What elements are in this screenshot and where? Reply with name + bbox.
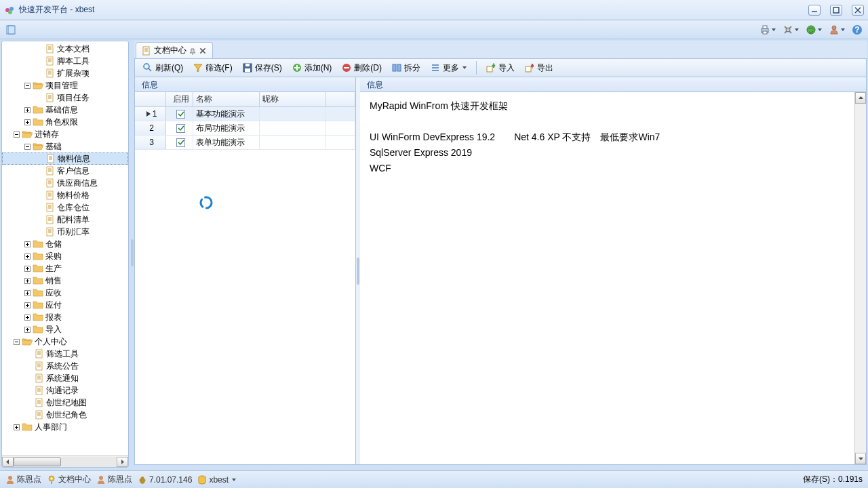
save-button[interactable]: 保存(S) <box>239 61 285 75</box>
tree-expander-icon[interactable] <box>24 106 31 114</box>
tree-node[interactable]: 应收 <box>2 287 128 299</box>
tree-expander-icon[interactable] <box>13 338 20 346</box>
doc-icon[interactable] <box>5 24 16 35</box>
tab-close-button[interactable] <box>199 47 207 55</box>
tab-pin-icon[interactable] <box>189 47 196 54</box>
maximize-button[interactable] <box>830 5 842 16</box>
tree-expander-icon[interactable] <box>24 265 31 272</box>
delete-button[interactable]: 删除(D) <box>338 61 385 75</box>
refresh-button[interactable]: 刷新(Q) <box>139 61 186 75</box>
tree-node[interactable]: 系统通知 <box>2 372 128 384</box>
tree-node[interactable]: 创世纪地图 <box>2 396 128 409</box>
grid-header-nick[interactable]: 昵称 <box>260 92 326 106</box>
tree-expander-icon[interactable] <box>24 277 31 285</box>
status-user1[interactable]: 陈恩点 <box>5 474 41 485</box>
split-button[interactable]: 拆分 <box>388 61 424 75</box>
tree-node[interactable]: 配料清单 <box>2 214 128 226</box>
enable-cell[interactable] <box>166 136 193 149</box>
tree-node[interactable]: 系统公告 <box>2 360 128 372</box>
table-row[interactable]: 2布局功能演示 <box>135 121 355 136</box>
tree-node[interactable]: 仓储 <box>2 238 128 250</box>
tree-node[interactable]: 基础 <box>2 140 128 152</box>
tree-node[interactable]: 币别汇率 <box>2 226 128 238</box>
tree-node[interactable]: 基础信息 <box>2 104 128 116</box>
tree-node[interactable]: 项目任务 <box>2 92 128 104</box>
name-cell[interactable]: 基本功能演示 <box>193 107 260 121</box>
tree-expander-icon[interactable] <box>24 302 31 309</box>
tree-node[interactable]: 客户信息 <box>2 165 128 177</box>
checkbox[interactable] <box>176 138 185 147</box>
tree-node[interactable]: 项目管理 <box>2 79 128 92</box>
data-grid[interactable]: 启用 名称 昵称 1基本功能演示2布局功能演示3表单功能演示 <box>135 92 355 464</box>
tree-node[interactable]: 脚本工具 <box>2 55 128 67</box>
scroll-left-button[interactable] <box>2 457 14 467</box>
tree-node[interactable]: 沟通记录 <box>2 384 128 396</box>
detail-text[interactable]: MyRapid WinFrom 快速开发框架 UI WinForm DevExp… <box>360 92 866 464</box>
scroll-up-button[interactable] <box>855 92 866 104</box>
more-button[interactable]: 更多 <box>427 61 471 75</box>
tree-node[interactable]: 生产 <box>2 262 128 274</box>
tree-node[interactable]: 应付 <box>2 299 128 311</box>
tree-expander-icon[interactable] <box>24 253 31 260</box>
tree-expander-icon[interactable] <box>13 131 20 138</box>
tree-expander-icon[interactable] <box>24 241 31 248</box>
tree-node[interactable]: 人事部门 <box>2 421 128 433</box>
tree-expander-icon[interactable] <box>13 424 20 431</box>
add-button[interactable]: 添加(N) <box>288 61 336 75</box>
world-menu[interactable] <box>806 24 822 35</box>
export-button[interactable]: 导出 <box>521 61 557 75</box>
table-row[interactable]: 1基本功能演示 <box>135 107 355 121</box>
table-row[interactable]: 3表单功能演示 <box>135 136 355 150</box>
nick-cell[interactable] <box>260 121 326 135</box>
tree-node[interactable]: 角色权限 <box>2 116 128 128</box>
grid-header-name[interactable]: 名称 <box>193 92 260 106</box>
enable-cell[interactable] <box>166 121 193 135</box>
nick-cell[interactable] <box>260 107 326 121</box>
tools-menu[interactable] <box>783 24 799 35</box>
status-center[interactable]: 文档中心 <box>47 474 91 485</box>
detail-scrollbar[interactable] <box>854 92 866 464</box>
name-cell[interactable]: 表单功能演示 <box>193 136 260 149</box>
minimize-button[interactable] <box>808 5 821 16</box>
tree-expander-icon[interactable] <box>24 82 31 89</box>
tree-node[interactable]: 筛选工具 <box>2 348 128 360</box>
nick-cell[interactable] <box>260 136 326 149</box>
tree-expander-icon[interactable] <box>24 289 31 297</box>
nav-tree[interactable]: 文本文档脚本工具扩展杂项项目管理项目任务基础信息角色权限进销存基础物料信息客户信… <box>2 41 128 455</box>
tree-node[interactable]: 供应商信息 <box>2 177 128 189</box>
tree-expander-icon[interactable] <box>24 326 31 333</box>
tree-expander-icon[interactable] <box>24 119 31 126</box>
print-menu[interactable] <box>760 24 776 35</box>
tree-node[interactable]: 报表 <box>2 311 128 323</box>
tree-node[interactable]: 采购 <box>2 250 128 262</box>
close-button[interactable] <box>852 5 864 16</box>
scroll-thumb[interactable] <box>14 458 61 466</box>
checkbox[interactable] <box>176 110 185 119</box>
tree-horizontal-scrollbar[interactable] <box>2 455 128 467</box>
name-cell[interactable]: 布局功能演示 <box>193 121 260 135</box>
import-button[interactable]: 导入 <box>482 61 518 75</box>
grid-header-rownum[interactable] <box>135 92 166 106</box>
tree-node[interactable]: 物料价格 <box>2 189 128 201</box>
tree-node[interactable]: 个人中心 <box>2 336 128 348</box>
tree-node[interactable]: 销售 <box>2 274 128 287</box>
tree-node[interactable]: 物料信息 <box>2 152 128 165</box>
checkbox[interactable] <box>176 124 185 133</box>
filter-button[interactable]: 筛选(F) <box>189 61 235 75</box>
tab-document-center[interactable]: 文档中心 <box>136 42 213 58</box>
status-db[interactable]: xbest <box>197 475 237 485</box>
tree-node[interactable]: 仓库仓位 <box>2 201 128 214</box>
grid-header-enable[interactable]: 启用 <box>166 92 193 106</box>
tree-expander-icon[interactable] <box>24 143 31 150</box>
help-icon[interactable]: ? <box>852 24 863 35</box>
tree-node[interactable]: 创世纪角色 <box>2 409 128 421</box>
user-menu[interactable] <box>829 24 845 35</box>
scroll-down-button[interactable] <box>855 453 866 464</box>
tree-node[interactable]: 文本文档 <box>2 43 128 55</box>
scroll-right-button[interactable] <box>117 457 128 467</box>
enable-cell[interactable] <box>166 107 193 121</box>
tree-expander-icon[interactable] <box>24 314 31 321</box>
status-user2[interactable]: 陈恩点 <box>96 474 132 485</box>
tree-node[interactable]: 进销存 <box>2 128 128 140</box>
tree-node[interactable]: 扩展杂项 <box>2 67 128 79</box>
